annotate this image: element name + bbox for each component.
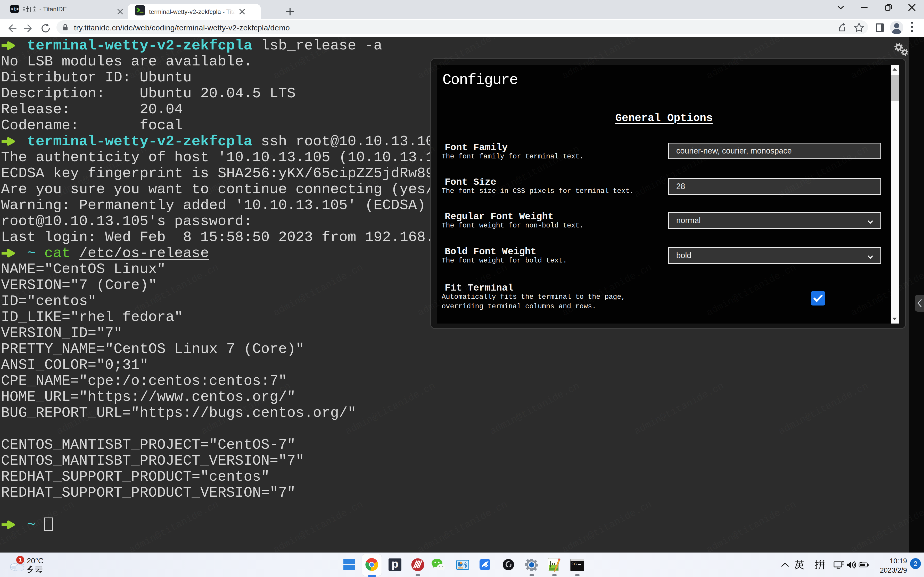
svg-text:>: > (16, 7, 19, 12)
svg-text:C:\: C:\ (572, 562, 577, 566)
